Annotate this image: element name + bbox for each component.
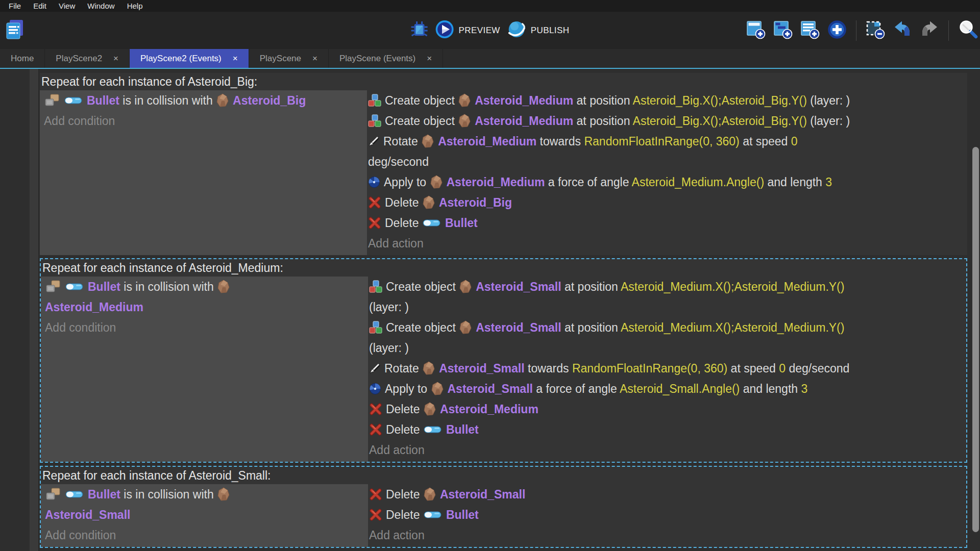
sentence-text: at speed [727,362,779,375]
action-row[interactable]: Delete Bullet [369,419,964,440]
actions-cell: Create object Asteroid_Small at position… [368,277,966,462]
condition-row[interactable]: Bullet is in collision with Asteroid_Sma… [45,484,364,525]
event-block-1[interactable]: Repeat for each instance of Asteroid_Big… [40,73,967,255]
events-list: Repeat for each instance of Asteroid_Big… [40,73,967,551]
tab-playscene2[interactable]: PlayScene2× [45,49,130,68]
add-subevent-icon[interactable] [773,20,793,41]
remove-event-icon[interactable] [866,20,885,41]
action-line: Apply to Asteroid_Medium a force of angl… [368,172,965,192]
object-name: Bullet [88,488,120,501]
toolbar-separator [856,20,856,41]
menu-item-view[interactable]: View [53,0,81,12]
object-name: Asteroid_Small [440,488,525,501]
create-icon [368,114,381,128]
object-name: Asteroid_Medium [475,94,573,107]
sentence-text: Delete [386,423,423,436]
action-row[interactable]: Create object Asteroid_Small at position… [369,317,964,358]
tab-playscene[interactable]: PlayScene× [249,49,329,68]
tab-playscene2-events[interactable]: PlayScene2 (Events)× [130,49,249,68]
sentence-text: Delete [386,508,423,521]
debugger-icon[interactable] [411,21,428,40]
action-row[interactable]: Rotate Asteroid_Small towards RandomFloa… [369,358,964,379]
redo-icon[interactable] [920,20,939,41]
expression-text: Asteroid_Big.X();Asteroid_Big.Y() [633,94,807,107]
tab-bar: HomePlayScene2×PlayScene2 (Events)×PlayS… [0,49,980,69]
event-header[interactable]: Repeat for each instance of Asteroid_Med… [41,259,966,277]
condition-row[interactable]: Bullet is in collision with Asteroid_Big [44,90,363,111]
tab-playscene-events[interactable]: PlayScene (Events)× [329,49,443,68]
object-name: Asteroid_Small [476,321,561,334]
preview-button[interactable]: PREVIEW [435,20,500,41]
add-comment-icon[interactable] [800,20,820,41]
gdevelop-logo-icon[interactable] [5,19,24,42]
menu-item-help[interactable]: Help [121,0,149,12]
add-action-button[interactable]: Add action [368,233,965,254]
tab-close-icon[interactable]: × [233,54,238,64]
sentence-text: and length [740,382,801,395]
tab-home[interactable]: Home [0,49,45,68]
tab-close-icon[interactable]: × [113,54,118,64]
asteroid-icon [422,195,435,210]
event-header[interactable]: Repeat for each instance of Asteroid_Big… [40,73,967,90]
action-line: Rotate Asteroid_Medium towards RandomFlo… [368,131,965,152]
bullet-icon [64,96,83,105]
event-header[interactable]: Repeat for each instance of Asteroid_Sma… [41,467,966,484]
asteroid-icon [458,114,471,128]
expression-text: Asteroid_Small.Angle() [620,382,740,395]
add-action-button[interactable]: Add action [369,525,964,545]
vertical-scrollbar[interactable] [970,69,980,551]
create-icon [368,94,381,107]
event-block-3[interactable]: Repeat for each instance of Asteroid_Sma… [40,466,967,548]
object-name: Asteroid_Small [439,362,524,375]
action-row[interactable]: Delete Asteroid_Medium [369,399,964,419]
action-row[interactable]: Delete Asteroid_Small [369,484,964,505]
asteroid-icon [422,361,435,375]
add-condition-button[interactable]: Add condition [45,525,364,545]
action-row[interactable]: Apply to Asteroid_Small a force of angle… [369,379,964,399]
object-name: Asteroid_Big [233,94,306,107]
menu-item-window[interactable]: Window [81,0,120,12]
scrollbar-thumb[interactable] [972,147,979,532]
action-row[interactable]: Delete Asteroid_Big [368,192,965,213]
object-name: Bullet [88,280,120,293]
menu-item-file[interactable]: File [3,0,27,12]
collision-icon [44,94,60,107]
action-row[interactable]: Rotate Asteroid_Medium towards RandomFlo… [368,131,965,172]
publish-button[interactable]: PUBLISH [507,20,570,41]
asteroid-icon [423,402,436,416]
tab-label: PlayScene (Events) [339,54,415,64]
preview-label: PREVIEW [459,26,500,36]
tab-close-icon[interactable]: × [312,54,317,64]
action-row[interactable]: Apply to Asteroid_Medium a force of angl… [368,172,965,192]
add-circle-icon[interactable] [827,20,847,41]
object-name: Asteroid_Small [476,280,561,293]
add-action-button[interactable]: Add action [369,440,964,460]
delete-icon [369,508,382,521]
action-row[interactable]: Create object Asteroid_Small at position… [369,277,964,317]
sentence-text: (layer: ) [807,94,850,107]
action-row[interactable]: Create object Asteroid_Medium at positio… [368,90,965,111]
event-block-2[interactable]: Repeat for each instance of Asteroid_Med… [40,258,967,463]
object-name: Asteroid_Medium [440,403,538,416]
action-row[interactable]: Delete Bullet [368,213,965,233]
add-condition-button[interactable]: Add condition [45,317,364,338]
menu-item-edit[interactable]: Edit [27,0,53,12]
search-icon[interactable] [958,19,978,42]
preview-play-icon [435,20,454,41]
object-name: Bullet [445,216,478,230]
undo-icon[interactable] [893,20,912,41]
add-event-icon[interactable] [746,20,766,41]
action-row[interactable]: Create object Asteroid_Medium at positio… [368,111,965,131]
action-line: Delete Bullet [368,213,965,233]
condition-line: Bullet is in collision with Asteroid_Big [44,90,363,111]
sentence-text: Rotate [383,135,421,148]
object-name: Asteroid_Medium [45,300,143,314]
asteroid-icon [216,93,229,108]
condition-row[interactable]: Bullet is in collision with Asteroid_Med… [45,277,364,317]
tab-close-icon[interactable]: × [427,54,432,64]
condition-line: Asteroid_Small [45,505,364,525]
action-line: deg/second [368,152,965,172]
action-row[interactable]: Delete Bullet [369,505,964,525]
action-line: Create object Asteroid_Small at position… [369,317,964,338]
add-condition-button[interactable]: Add condition [44,111,363,131]
